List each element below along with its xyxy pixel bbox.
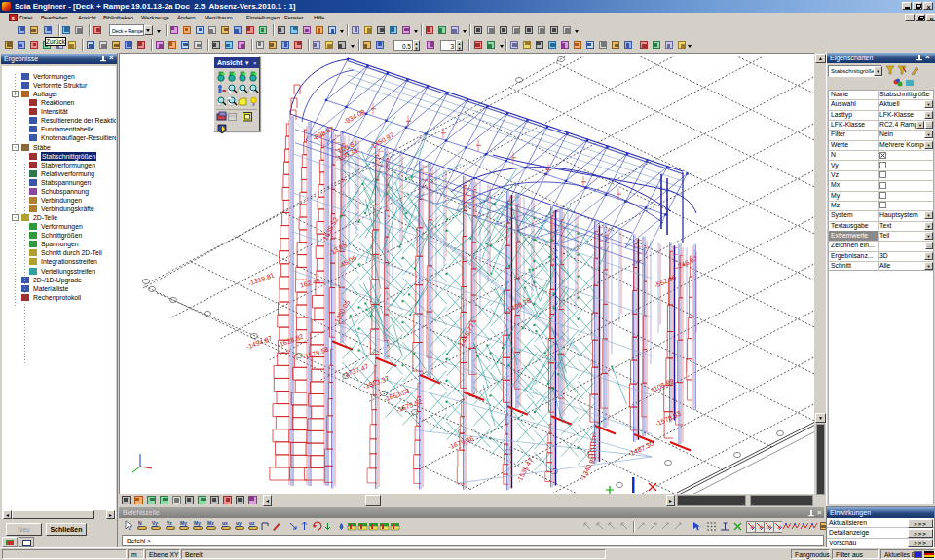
svg-text:-1340.95: -1340.95	[579, 455, 597, 482]
svg-text:-1653.53: -1653.53	[383, 388, 410, 403]
svg-text:-1494.87: -1494.87	[245, 335, 273, 351]
svg-text:-1813.37: -1813.37	[362, 375, 390, 391]
svg-text:-1635.52: -1635.52	[320, 216, 339, 243]
svg-text:-552.16: -552.16	[654, 274, 678, 289]
svg-text:-1579.58: -1579.58	[302, 346, 329, 361]
svg-text:-1487.30: -1487.30	[627, 440, 654, 458]
svg-text:-1319.81: -1319.81	[247, 272, 275, 287]
svg-text:-1628.82: -1628.82	[277, 333, 304, 349]
svg-text:162.49: 162.49	[299, 277, 321, 288]
